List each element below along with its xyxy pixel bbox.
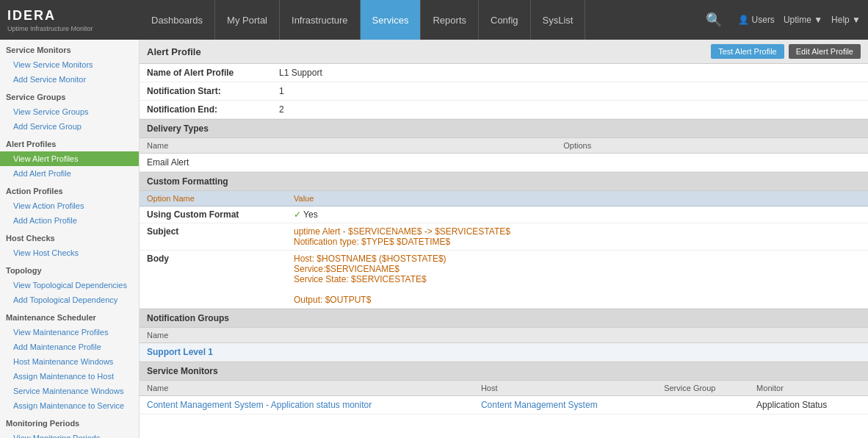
sm-host[interactable]: Content Management System xyxy=(474,396,657,414)
cf-field-label: Using Custom Format xyxy=(140,207,286,223)
table-row: Notification Start:1 xyxy=(140,82,868,101)
sidebar-section-topology: Topology xyxy=(0,260,139,278)
sidebar-section-monitoring-periods: Monitoring Periods xyxy=(0,413,139,431)
table-row: Support Level 1 xyxy=(140,343,868,362)
service-monitors-header: Service Monitors xyxy=(140,362,868,381)
page-title: Alert Profile xyxy=(147,46,201,57)
field-value: L1 Support xyxy=(272,64,868,82)
table-row: Notification End:2 xyxy=(140,101,868,119)
custom-formatting-table: Option Name Value Using Custom Format✓ Y… xyxy=(140,191,868,309)
sidebar-link-view-host-checks[interactable]: View Host Checks xyxy=(0,245,139,260)
table-row: Name of Alert ProfileL1 Support xyxy=(140,64,868,82)
sidebar-link-view-service-groups[interactable]: View Service Groups xyxy=(0,104,139,119)
service-monitors-table: NameHostService GroupMonitor Content Man… xyxy=(140,381,868,414)
cf-field-label: Subject xyxy=(140,223,286,251)
uptime-button[interactable]: Uptime ▼ xyxy=(784,15,822,25)
nav-menu: DashboardsMy PortalInfrastructureService… xyxy=(140,0,691,40)
search-button[interactable]: 🔍 xyxy=(698,12,729,28)
nav-item-my-portal[interactable]: My Portal xyxy=(215,0,280,40)
notification-group-name: Support Level 1 xyxy=(140,343,868,362)
basic-fields-table: Name of Alert ProfileL1 SupportNotificat… xyxy=(140,64,868,119)
sm-monitor: Application Status xyxy=(749,396,868,414)
nav-item-services[interactable]: Services xyxy=(361,0,422,40)
field-label: Notification End: xyxy=(140,101,272,119)
nav-item-reports[interactable]: Reports xyxy=(421,0,479,40)
help-button[interactable]: Help ▼ xyxy=(831,15,861,25)
field-label: Name of Alert Profile xyxy=(140,64,272,82)
sidebar-section-alert-profiles: Alert Profiles xyxy=(0,134,139,151)
logo-text: IDERA xyxy=(7,8,132,24)
header-buttons: Test Alert ProfileEdit Alert Profile xyxy=(711,44,861,59)
sidebar-link-add-service-monitor[interactable]: Add Service Monitor xyxy=(0,72,139,87)
edit-alert-profile-button[interactable]: Edit Alert Profile xyxy=(789,44,861,59)
main-layout: Service MonitorsView Service MonitorsAdd… xyxy=(0,40,868,438)
sidebar-link-view-alert-profiles[interactable]: View Alert Profiles xyxy=(0,151,139,166)
sidebar-link-view-topological-dependencies[interactable]: View Topological Dependencies xyxy=(0,278,139,292)
sidebar-section-maintenance-scheduler: Maintenance Scheduler xyxy=(0,307,139,325)
test-alert-profile-button[interactable]: Test Alert Profile xyxy=(711,44,784,59)
field-value: 2 xyxy=(272,101,868,119)
field-label: Notification Start: xyxy=(140,82,272,101)
sm-service-group xyxy=(657,396,749,414)
content-header: Alert Profile Test Alert ProfileEdit Ale… xyxy=(140,40,868,64)
sidebar-link-host-maintenance-windows[interactable]: Host Maintenance Windows xyxy=(0,354,139,369)
notification-groups-header: Notification Groups xyxy=(140,309,868,328)
sm-name[interactable]: Content Management System - Application … xyxy=(140,396,474,414)
sidebar-section-host-checks: Host Checks xyxy=(0,228,139,245)
logo: IDERA Uptime Infrastructure Monitor xyxy=(0,0,140,40)
delivery-types-table: Name Options Email Alert xyxy=(140,138,868,172)
ng-name-col: Name xyxy=(140,328,868,343)
nav-item-dashboards[interactable]: Dashboards xyxy=(140,0,215,40)
cf-value-col: Value xyxy=(286,191,868,207)
nav-item-infrastructure[interactable]: Infrastructure xyxy=(280,0,361,40)
delivery-types-header: Delivery Types xyxy=(140,119,868,138)
cf-field-value: ✓ Yes xyxy=(286,207,868,223)
cf-field-label: Body xyxy=(140,251,286,309)
custom-formatting-header: Custom Formatting xyxy=(140,172,868,191)
cf-field-value: Host: $HOSTNAME$ ($HOSTSTATE$)Service:$S… xyxy=(286,251,868,309)
sidebar-link-add-maintenance-profile[interactable]: Add Maintenance Profile xyxy=(0,340,139,354)
sidebar-link-add-action-profile[interactable]: Add Action Profile xyxy=(0,213,139,228)
table-row: BodyHost: $HOSTNAME$ ($HOSTSTATE$)Servic… xyxy=(140,251,868,309)
sidebar-link-view-monitoring-periods[interactable]: View Monitoring Periods xyxy=(0,431,139,438)
delivery-options-col: Options xyxy=(556,138,868,154)
nav-right: 🔍 👤 Users Uptime ▼ Help ▼ xyxy=(691,0,868,40)
nav-item-syslist[interactable]: SysList xyxy=(531,0,586,40)
sidebar-link-view-action-profiles[interactable]: View Action Profiles xyxy=(0,198,139,213)
sidebar-link-add-service-group[interactable]: Add Service Group xyxy=(0,119,139,134)
table-row: Email Alert xyxy=(140,154,868,172)
sm-col-host: Host xyxy=(474,381,657,396)
sm-col-name: Name xyxy=(140,381,474,396)
users-button[interactable]: 👤 Users xyxy=(738,15,775,25)
sm-col-monitor: Monitor xyxy=(749,381,868,396)
delivery-name-col: Name xyxy=(140,138,556,154)
field-value: 1 xyxy=(272,82,868,101)
sidebar-link-assign-maintenance-to-service[interactable]: Assign Maintenance to Service xyxy=(0,398,139,413)
table-row: Subjectuptime Alert - $SERVICENAME$ -> $… xyxy=(140,223,868,251)
main-content: Alert Profile Test Alert ProfileEdit Ale… xyxy=(140,40,868,438)
table-row: Using Custom Format✓ Yes xyxy=(140,207,868,223)
sm-col-service-group: Service Group xyxy=(657,381,749,396)
table-row: Content Management System - Application … xyxy=(140,396,868,414)
sidebar-link-add-alert-profile[interactable]: Add Alert Profile xyxy=(0,166,139,181)
logo-subtitle: Uptime Infrastructure Monitor xyxy=(7,25,132,32)
sidebar-link-assign-maintenance-to-host[interactable]: Assign Maintenance to Host xyxy=(0,369,139,384)
sidebar-section-service-groups: Service Groups xyxy=(0,87,139,104)
sidebar-section-service-monitors: Service Monitors xyxy=(0,40,139,57)
cf-option-name-col: Option Name xyxy=(140,191,286,207)
delivery-options xyxy=(556,154,868,172)
sidebar-link-view-service-monitors[interactable]: View Service Monitors xyxy=(0,57,139,72)
sidebar-link-add-topological-dependency[interactable]: Add Topological Dependency xyxy=(0,292,139,307)
sidebar-link-service-maintenance-windows[interactable]: Service Maintenance Windows xyxy=(0,384,139,398)
cf-field-value: uptime Alert - $SERVICENAME$ -> $SERVICE… xyxy=(286,223,868,251)
nav-item-config[interactable]: Config xyxy=(479,0,531,40)
sidebar-link-view-maintenance-profiles[interactable]: View Maintenance Profiles xyxy=(0,325,139,340)
sidebar: Service MonitorsView Service MonitorsAdd… xyxy=(0,40,140,438)
top-navigation: IDERA Uptime Infrastructure Monitor Dash… xyxy=(0,0,868,40)
delivery-name: Email Alert xyxy=(140,154,556,172)
notification-groups-table: Name Support Level 1 xyxy=(140,328,868,362)
sidebar-section-action-profiles: Action Profiles xyxy=(0,181,139,198)
